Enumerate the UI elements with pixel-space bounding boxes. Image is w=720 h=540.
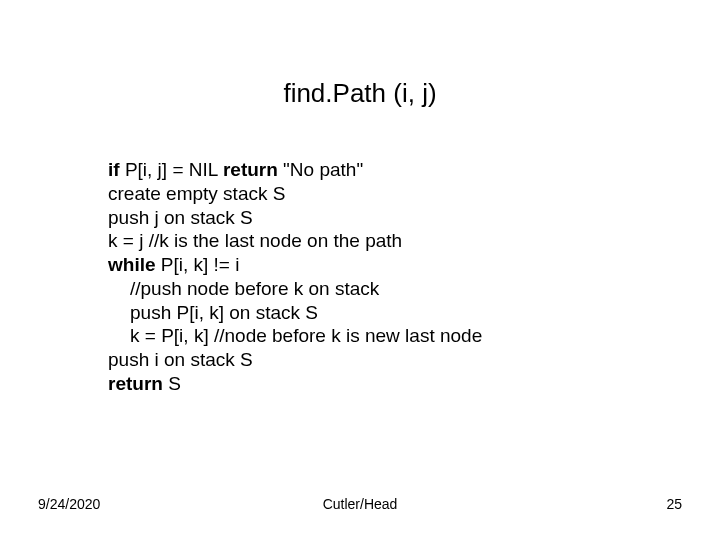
code-segment: push i on stack S — [108, 349, 253, 370]
code-line: push j on stack S — [108, 206, 648, 230]
code-segment: if — [108, 159, 125, 180]
code-line: while P[i, k] != i — [108, 253, 648, 277]
code-segment: //push node before k on stack — [130, 278, 379, 299]
code-segment: return — [223, 159, 283, 180]
code-line: return S — [108, 372, 648, 396]
slide: find.Path (i, j) if P[i, j] = NIL return… — [0, 0, 720, 540]
code-segment: return — [108, 373, 168, 394]
slide-title: find.Path (i, j) — [0, 78, 720, 109]
code-segment: create empty stack S — [108, 183, 285, 204]
code-segment: while — [108, 254, 161, 275]
code-line: k = P[i, k] //node before k is new last … — [108, 324, 648, 348]
code-segment: "No path" — [283, 159, 363, 180]
code-line: push P[i, k] on stack S — [108, 301, 648, 325]
code-segment: k = P[i, k] //node before k is new last … — [130, 325, 482, 346]
code-line: //push node before k on stack — [108, 277, 648, 301]
code-segment: P[i, k] != i — [161, 254, 240, 275]
code-line: push i on stack S — [108, 348, 648, 372]
code-line: k = j //k is the last node on the path — [108, 229, 648, 253]
footer-page: 25 — [666, 496, 682, 512]
code-segment: S — [168, 373, 181, 394]
code-segment: P[i, j] = NIL — [125, 159, 223, 180]
code-segment: push P[i, k] on stack S — [130, 302, 318, 323]
footer-center: Cutler/Head — [0, 496, 720, 512]
pseudocode-block: if P[i, j] = NIL return "No path"create … — [108, 158, 648, 396]
code-line: create empty stack S — [108, 182, 648, 206]
code-segment: k = j //k is the last node on the path — [108, 230, 402, 251]
code-segment: push j on stack S — [108, 207, 253, 228]
code-line: if P[i, j] = NIL return "No path" — [108, 158, 648, 182]
